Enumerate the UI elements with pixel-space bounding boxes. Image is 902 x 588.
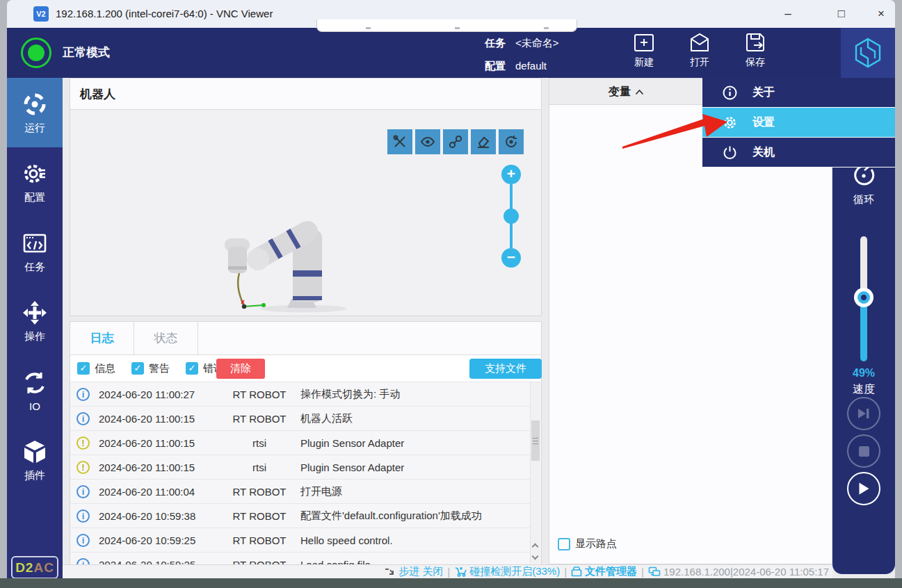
log-row[interactable]: i2024-06-20 11:00:15RT ROBOT机器人活跃	[70, 407, 541, 431]
show-waypoints-checkbox[interactable]	[558, 538, 570, 550]
app-menu-button[interactable]	[841, 28, 895, 78]
collision-status[interactable]: 碰撞检测开启(33%)	[454, 565, 560, 578]
scrollbar-handle[interactable]	[531, 420, 540, 461]
step-status[interactable]: 步进 关闭	[385, 565, 443, 578]
warning-icon: !	[76, 461, 90, 474]
tab-status[interactable]: 状态	[134, 322, 198, 354]
save-task-button[interactable]: 保存	[734, 30, 776, 76]
filter-warning-label: 警告	[149, 362, 170, 375]
desktop-bottom-strip	[0, 578, 902, 588]
app-dropdown-menu: 关于 设置 关机	[702, 78, 895, 168]
show-waypoints-option[interactable]: 显示路点	[558, 537, 617, 550]
robot-3d-view[interactable]	[209, 204, 376, 315]
log-row[interactable]: i2024-06-20 11:00:04RT ROBOT打开电源	[70, 480, 541, 504]
status-bar: 步进 关闭 | 碰撞检测开启(33%) | 文件管理器 | 192.168.1.…	[63, 564, 832, 578]
robot-panel-title: 机器人	[70, 79, 541, 110]
log-tabs: 日志 状态	[70, 322, 541, 355]
log-row[interactable]: i2024-06-20 10:59:38RT ROBOT配置文件'default…	[70, 504, 541, 528]
open-task-button[interactable]: 打开	[679, 30, 720, 76]
menu-item-label: 设置	[752, 115, 775, 130]
zoom-slider-handle[interactable]	[504, 209, 519, 224]
sidebar-item-run[interactable]: 运行	[7, 78, 63, 147]
sidebar-item-config[interactable]: 配置	[7, 147, 63, 217]
header-actions: 新建 打开 保存	[623, 30, 776, 76]
config-gear-icon	[22, 161, 48, 187]
vnc-window: V2 192.168.1.200 (intel-corei7-64:0) - V…	[7, 0, 895, 578]
sidebar-item-label: 运行	[24, 122, 45, 135]
task-label: 任务	[485, 37, 506, 49]
tools-icon	[392, 134, 408, 149]
minimize-button[interactable]: –	[778, 4, 798, 24]
link-button[interactable]	[443, 129, 468, 154]
rotate-icon	[504, 134, 519, 149]
tools-button[interactable]	[387, 129, 412, 154]
scroll-down-button[interactable]	[531, 553, 540, 564]
info-icon: i	[76, 534, 90, 547]
sidebar-item-label: IO	[29, 400, 40, 412]
scroll-up-button[interactable]	[531, 541, 540, 552]
connection-status: 192.168.1.200|2024-06-20 11:05:17	[648, 566, 829, 578]
log-row[interactable]: i2024-06-20 10:59:25RT ROBOTLoad config …	[70, 553, 541, 564]
speed-slider-handle[interactable]	[854, 288, 873, 307]
log-panel: 日志 状态 ✓信息 ✓警告 ✓错误 清除 支持文件 i2024-06-20 11…	[70, 321, 542, 564]
filter-info[interactable]: ✓信息	[77, 362, 115, 375]
menu-item-settings[interactable]: 设置	[702, 108, 895, 138]
task-value: <未命名>	[515, 37, 559, 49]
menu-item-about[interactable]: 关于	[702, 78, 895, 108]
error-checkbox[interactable]: ✓	[186, 362, 198, 375]
log-row[interactable]: !2024-06-20 11:00:15rtsiPlugin Sensor Ad…	[70, 455, 541, 480]
log-source: rtsi	[218, 437, 300, 449]
show-waypoints-label: 显示路点	[575, 537, 617, 550]
separator: |	[641, 566, 644, 578]
filter-warning[interactable]: ✓警告	[131, 362, 170, 375]
loop-control[interactable]: 循环	[832, 163, 895, 206]
sidebar-item-plugin[interactable]: 插件	[7, 425, 63, 495]
save-task-label: 保存	[746, 56, 765, 69]
mode-indicator-icon	[21, 38, 51, 68]
support-file-button[interactable]: 支持文件	[469, 359, 542, 379]
menu-item-shutdown[interactable]: 关机	[702, 138, 895, 168]
status-badge[interactable]: D2AC	[11, 556, 58, 579]
separator: |	[564, 566, 567, 578]
zoom-in-button[interactable]: +	[501, 165, 521, 184]
log-message: 机器人活跃	[300, 412, 541, 425]
new-task-button[interactable]: 新建	[623, 30, 665, 76]
info-checkbox[interactable]: ✓	[77, 362, 90, 375]
log-scrollbar[interactable]	[530, 382, 540, 564]
log-time: 2024-06-20 11:00:27	[99, 389, 218, 400]
vnc-logo: V2	[33, 6, 49, 22]
log-time: 2024-06-20 10:59:25	[99, 559, 218, 565]
log-time: 2024-06-20 11:00:15	[99, 437, 218, 449]
run-target-icon	[22, 91, 48, 117]
play-button[interactable]	[847, 472, 880, 505]
visibility-button[interactable]	[415, 129, 440, 154]
clear-button[interactable]: 清除	[216, 359, 265, 379]
log-row[interactable]: i2024-06-20 11:00:27RT ROBOT操作模式切换为: 手动	[70, 382, 541, 407]
network-monitor-icon	[648, 566, 661, 577]
folder-icon	[571, 566, 582, 577]
close-button[interactable]: ×	[871, 4, 892, 24]
stop-button[interactable]	[847, 434, 880, 468]
play-icon	[857, 482, 870, 496]
log-source: rtsi	[218, 462, 300, 473]
zoom-out-button[interactable]: −	[501, 248, 521, 268]
sidebar-item-task[interactable]: 任务	[7, 217, 63, 286]
log-source: RT ROBOT	[218, 389, 300, 400]
warning-icon: !	[76, 436, 90, 450]
warning-checkbox[interactable]: ✓	[131, 362, 144, 375]
rotate-view-button[interactable]	[499, 129, 524, 154]
tab-log[interactable]: 日志	[70, 322, 134, 354]
robot-view-toolbar	[387, 129, 524, 154]
menu-item-label: 关于	[752, 85, 775, 100]
plugin-cube-icon	[22, 439, 48, 465]
log-row[interactable]: i2024-06-20 10:59:25RT ROBOTHello speed …	[70, 528, 541, 553]
info-icon: i	[76, 412, 90, 425]
step-forward-button[interactable]	[847, 397, 880, 430]
eraser-button[interactable]	[471, 129, 496, 154]
log-row[interactable]: !2024-06-20 11:00:15rtsiPlugin Sensor Ad…	[70, 431, 541, 455]
sidebar-item-io[interactable]: IO	[7, 356, 63, 425]
new-file-icon	[631, 30, 657, 55]
maximize-button[interactable]: □	[831, 4, 852, 24]
file-manager-link[interactable]: 文件管理器	[571, 565, 637, 578]
sidebar-item-operate[interactable]: 操作	[7, 286, 63, 356]
